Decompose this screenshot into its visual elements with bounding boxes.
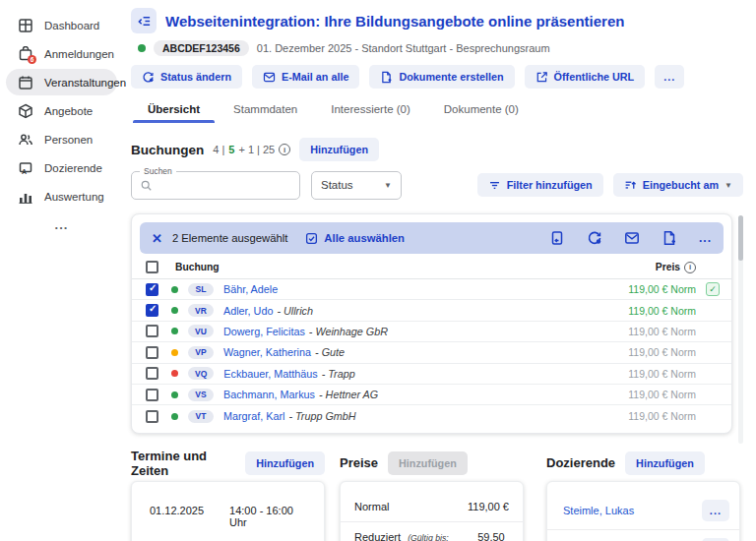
tab-uebersicht[interactable]: Übersicht [131, 95, 217, 123]
row-checkbox[interactable] [146, 410, 158, 423]
row-checkbox[interactable] [146, 283, 158, 296]
booking-name-link[interactable]: Dowerg, Felicitas [223, 326, 305, 337]
people-icon [18, 132, 33, 148]
add-termin-button[interactable]: Hinzufügen [245, 451, 325, 475]
table-row[interactable]: VQ Eckbauer, Matthäus - Trapp 119,00 € N… [132, 364, 731, 385]
booking-company: - Gute [315, 346, 345, 358]
tab-stammdaten[interactable]: Stammdaten [217, 95, 314, 123]
sidebar-item-personen[interactable]: Personen [6, 126, 117, 152]
tab-interessierte[interactable]: Interessierte (0) [314, 95, 427, 123]
table-scrollbar-thumb[interactable] [738, 215, 743, 261]
status-filter-select[interactable]: Status ▼ [311, 171, 402, 200]
events-icon [18, 75, 33, 90]
booking-company: - Trupp GmbH [288, 410, 355, 422]
status-change-icon[interactable] [587, 230, 602, 246]
booking-name-link[interactable]: Bähr, Adele [223, 283, 278, 295]
registrations-badge: 6 [28, 55, 36, 64]
booking-company: - Trapp [322, 368, 355, 380]
back-button[interactable] [131, 8, 157, 33]
sidebar-item-angebote[interactable]: Angebote [6, 97, 117, 124]
add-filter-button[interactable]: Filter hinzufügen [477, 173, 603, 197]
booking-name-link[interactable]: Eckbauer, Matthäus [223, 368, 317, 380]
booking-type-badge: VU [188, 325, 214, 337]
table-row[interactable]: SL Bähr, Adele 119,00 € Norm ✓ [132, 279, 731, 300]
bookings-heading: Buchungen [131, 143, 204, 157]
booking-status-dot [171, 328, 178, 334]
sidebar-item-label: Personen [44, 134, 93, 146]
chevron-down-icon: ▼ [384, 181, 392, 190]
booking-type-badge: VR [188, 304, 214, 317]
price-name: Reduziert [354, 531, 401, 541]
booking-price: 119,00 € Norm [628, 283, 696, 295]
row-checkbox[interactable] [146, 389, 158, 401]
dozent-row[interactable]: Steimle, Lukas ... [547, 492, 739, 529]
sidebar-item-dashboard[interactable]: Dashboard [6, 12, 117, 38]
selection-more-button[interactable]: ... [699, 231, 712, 245]
sidebar-more-button[interactable]: ... [0, 217, 123, 232]
sidebar-item-auswertung[interactable]: Auswertung [6, 183, 117, 210]
select-all-checkbox[interactable] [146, 261, 158, 273]
table-row[interactable]: VR Adler, Udo - Ullrich 119,00 € Norm ✓ [132, 300, 731, 321]
dozent-row[interactable]: ... [547, 529, 739, 541]
section-termine: Termine und Zeiten Hinzufügen 01.12.2025… [131, 451, 325, 541]
booking-name-link[interactable]: Wagner, Katherina [223, 346, 311, 358]
change-status-button[interactable]: Status ändern [131, 65, 242, 89]
document-add-icon[interactable] [662, 230, 677, 246]
price-name: Normal [354, 501, 389, 512]
row-checkbox[interactable] [146, 304, 158, 317]
add-dozent-button[interactable]: Hinzufügen [625, 451, 705, 475]
sidebar-item-anmeldungen[interactable]: 6 Anmeldungen [6, 40, 117, 67]
dozent-name-link[interactable]: Steimle, Lukas [563, 505, 634, 516]
add-preis-button[interactable]: Hinzufügen [388, 451, 468, 475]
column-booking: Buchung [175, 262, 220, 272]
selection-toolbar: ✕ 2 Elemente ausgewählt Alle auswählen [140, 222, 724, 254]
price-info-icon[interactable]: i [684, 262, 696, 273]
booking-name-link[interactable]: Adler, Udo [223, 305, 273, 317]
price-row[interactable]: Reduziert (Gültig bis: 13.10.2025) 59,50… [341, 521, 523, 541]
sidebar-item-veranstaltungen[interactable]: Veranstaltungen [6, 69, 117, 95]
booking-card-button[interactable] [549, 230, 565, 246]
add-booking-button[interactable]: Hinzufügen [299, 138, 379, 161]
search-input[interactable] [158, 179, 291, 191]
chevron-down-icon: ▼ [724, 181, 732, 190]
dozierende-card: Steimle, Lukas ... ... [546, 481, 740, 541]
bookings-info-icon[interactable]: i [279, 144, 290, 155]
booking-status-dot [171, 370, 178, 377]
clear-selection-button[interactable]: ✕ [152, 231, 162, 246]
main-content: Webseitenintegration: Ihre Bildungsangeb… [123, 0, 756, 541]
table-scrollbar[interactable] [738, 215, 743, 444]
sidebar-item-dozierende[interactable]: A Dozierende [6, 154, 117, 181]
booking-type-badge: SL [188, 283, 214, 296]
select-all-button[interactable]: Alle auswählen [305, 232, 405, 245]
svg-text:A: A [22, 168, 27, 175]
more-actions-button[interactable]: ... [655, 65, 684, 89]
event-code-badge: ABCDEF123456 [154, 40, 249, 56]
booking-name-link[interactable]: Margraf, Karl [223, 410, 284, 422]
search-field[interactable]: Suchen [131, 171, 300, 200]
dozent-more-button[interactable]: ... [702, 500, 729, 521]
sort-by-button[interactable]: Eingebucht am ▼ [613, 173, 743, 197]
dashboard-icon [18, 18, 33, 33]
termin-row[interactable]: 01.12.2025 14:00 - 16:00 Uhr [132, 492, 324, 541]
table-row[interactable]: VP Wagner, Katherina - Gute 119,00 € Nor… [132, 342, 731, 363]
create-documents-button[interactable]: Dokumente erstellen [369, 65, 514, 89]
email-icon[interactable] [624, 230, 640, 246]
email-all-button[interactable]: E-Mail an alle [252, 65, 359, 89]
row-checkbox[interactable] [146, 346, 158, 359]
sidebar: Dashboard 6 Anmeldungen Veranstaltungen … [0, 0, 123, 541]
public-url-button[interactable]: Öffentliche URL [525, 65, 646, 89]
column-price: Preis i [656, 262, 696, 273]
tab-dokumente[interactable]: Dokumente (0) [427, 95, 536, 123]
app-window: Dashboard 6 Anmeldungen Veranstaltungen … [0, 0, 756, 541]
selection-count: 2 Elemente ausgewählt [172, 232, 287, 244]
table-row[interactable]: VT Margraf, Karl - Trupp GmbH 119,00 € N… [132, 405, 731, 426]
booking-price: 119,00 € Norm [628, 346, 696, 358]
row-checkbox[interactable] [146, 325, 158, 337]
collapse-back-icon [137, 14, 152, 29]
booking-status-dot [171, 391, 178, 398]
table-row[interactable]: VU Dowerg, Felicitas - Weinhage GbR 119,… [132, 322, 731, 342]
row-checkbox[interactable] [146, 367, 158, 380]
table-row[interactable]: VS Bachmann, Markus - Hettner AG 119,00 … [132, 385, 731, 405]
booking-name-link[interactable]: Bachmann, Markus [223, 389, 315, 400]
price-row[interactable]: Normal 119,00 € [341, 492, 523, 521]
